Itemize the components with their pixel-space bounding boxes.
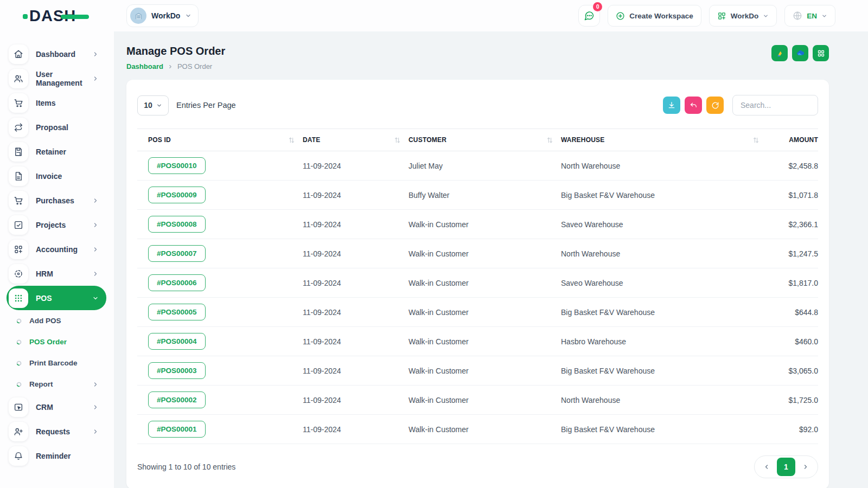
pagination-prev-button[interactable] bbox=[757, 458, 776, 476]
sidebar-subitem-label: POS Order bbox=[29, 338, 114, 346]
globe-icon bbox=[793, 11, 802, 21]
undo-button[interactable] bbox=[685, 97, 702, 114]
page-title: Manage POS Order bbox=[126, 45, 225, 57]
sidebar-item-crm[interactable]: CRM bbox=[7, 395, 106, 419]
sidebar-item-requests[interactable]: Requests bbox=[7, 419, 106, 444]
column-header-label: CUSTOMER bbox=[409, 136, 446, 144]
chevron-right-icon bbox=[168, 64, 173, 69]
purchases-cart-icon bbox=[9, 191, 28, 210]
chat-icon bbox=[584, 10, 595, 21]
onedrive-button[interactable] bbox=[792, 45, 808, 61]
sidebar-item-pos[interactable]: POS bbox=[7, 286, 106, 310]
chevron-right-icon bbox=[92, 381, 99, 388]
pos-id-button[interactable]: #POS00001 bbox=[148, 421, 206, 438]
search-input[interactable] bbox=[732, 95, 818, 115]
sidebar-item-reminder[interactable]: Reminder bbox=[7, 444, 106, 468]
grid-plus-icon bbox=[717, 11, 726, 21]
cell-pos-id: #POS00007 bbox=[137, 239, 303, 268]
sidebar-item-purchases[interactable]: Purchases bbox=[7, 188, 106, 213]
chevron-down-icon bbox=[821, 13, 827, 19]
chevron-down-icon bbox=[156, 102, 162, 108]
sidebar-item-invoice[interactable]: Invoice bbox=[7, 164, 106, 188]
refresh-button[interactable] bbox=[706, 97, 724, 114]
google-drive-button[interactable] bbox=[771, 45, 788, 61]
breadcrumb-dashboard[interactable]: Dashboard bbox=[126, 62, 163, 70]
topbar: DASH WorkDo 0 Create Workspace WorkDo E bbox=[0, 0, 868, 31]
grid-view-button[interactable] bbox=[813, 45, 829, 61]
cell-customer: Buffy Walter bbox=[409, 181, 561, 210]
sidebar-subitem-print-barcode[interactable]: Print Barcode bbox=[0, 352, 114, 374]
sidebar-item-hrm[interactable]: HRM bbox=[7, 261, 106, 286]
app-logo[interactable]: DASH bbox=[0, 8, 114, 24]
cell-date: 11-09-2024 bbox=[303, 210, 409, 239]
retainer-icon bbox=[9, 142, 28, 162]
cell-amount: $1,725.0 bbox=[767, 386, 818, 415]
pos-id-button[interactable]: #POS00007 bbox=[148, 245, 206, 262]
column-header-pos-id[interactable]: POS ID bbox=[137, 129, 303, 151]
cell-warehouse: Big Basket F&V Warehouse bbox=[561, 181, 767, 210]
logo-dash-bar bbox=[61, 15, 89, 19]
breadcrumb-current: POS Order bbox=[177, 62, 212, 70]
table-body: #POS0001011-09-2024Juliet MayNorth Wareh… bbox=[137, 151, 818, 444]
cell-customer: Walk-in Customer bbox=[409, 210, 561, 239]
table-card: 10 Entries Per Page POS IDDATECUSTOMERWA… bbox=[126, 80, 829, 488]
home-icon bbox=[9, 44, 28, 64]
language-value: EN bbox=[807, 12, 817, 20]
messages-button[interactable]: 0 bbox=[578, 5, 600, 27]
sidebar-item-label: Invoice bbox=[36, 172, 106, 181]
cell-customer: Juliet May bbox=[409, 151, 561, 181]
workspace-avatar-building-icon bbox=[130, 8, 146, 24]
column-header-amount[interactable]: AMOUNT bbox=[767, 129, 818, 151]
sidebar-subitem-add-pos[interactable]: Add POS bbox=[0, 310, 114, 331]
workspace-selector[interactable]: WorkDo bbox=[126, 4, 199, 27]
pagination-next-button[interactable] bbox=[796, 458, 815, 476]
entries-per-page-select[interactable]: 10 bbox=[137, 95, 169, 115]
table-row: #POS0000911-09-2024Buffy WalterBig Baske… bbox=[137, 181, 818, 210]
sidebar-subitem-report[interactable]: Report bbox=[0, 374, 114, 395]
export-download-button[interactable] bbox=[663, 97, 680, 114]
cell-amount: $460.0 bbox=[767, 327, 818, 356]
ring-icon bbox=[16, 358, 22, 368]
column-header-date[interactable]: DATE bbox=[303, 129, 409, 151]
cell-customer: Walk-in Customer bbox=[409, 239, 561, 268]
pos-id-button[interactable]: #POS00008 bbox=[148, 216, 206, 233]
pos-id-button[interactable]: #POS00009 bbox=[148, 187, 206, 203]
pos-id-button[interactable]: #POS00010 bbox=[148, 157, 206, 174]
sidebar-item-projects[interactable]: Projects bbox=[7, 213, 106, 237]
cell-warehouse: Saveo Warehouse bbox=[561, 210, 767, 239]
sort-icon bbox=[288, 137, 295, 145]
cell-pos-id: #POS00006 bbox=[137, 268, 303, 298]
sidebar-subitem-label: Print Barcode bbox=[29, 359, 114, 367]
user-plus-icon bbox=[9, 422, 28, 441]
sidebar-item-items[interactable]: Items bbox=[7, 91, 106, 115]
sidebar-item-retainer[interactable]: Retainer bbox=[7, 139, 106, 164]
sidebar-item-user-management[interactable]: User Management bbox=[7, 66, 106, 91]
sidebar-item-dashboard[interactable]: Dashboard bbox=[7, 42, 106, 66]
sidebar-item-proposal[interactable]: Proposal bbox=[7, 115, 106, 139]
cell-pos-id: #POS00002 bbox=[137, 386, 303, 415]
cell-date: 11-09-2024 bbox=[303, 386, 409, 415]
main-content: Manage POS Order Dashboard POS Order 10 bbox=[114, 31, 868, 488]
column-header-customer[interactable]: CUSTOMER bbox=[409, 129, 561, 151]
pos-id-button[interactable]: #POS00005 bbox=[148, 304, 206, 320]
pos-id-button[interactable]: #POS00003 bbox=[148, 362, 206, 379]
chevron-down-icon bbox=[185, 12, 192, 19]
cell-amount: $2,458.8 bbox=[767, 151, 818, 181]
language-selector[interactable]: EN bbox=[784, 5, 835, 27]
sidebar-subitem-pos-order[interactable]: POS Order bbox=[0, 331, 114, 352]
pagination-page-1-button[interactable]: 1 bbox=[777, 458, 795, 476]
proposal-icon bbox=[9, 118, 28, 137]
pos-id-button[interactable]: #POS00004 bbox=[148, 333, 206, 350]
create-workspace-button[interactable]: Create Workspace bbox=[608, 5, 701, 27]
cell-warehouse: North Warehouse bbox=[561, 151, 767, 181]
cell-pos-id: #POS00010 bbox=[137, 151, 303, 181]
pos-id-button[interactable]: #POS00002 bbox=[148, 391, 206, 408]
cell-customer: Walk-in Customer bbox=[409, 356, 561, 386]
sidebar-item-label: CRM bbox=[36, 403, 85, 412]
sort-icon bbox=[752, 137, 760, 145]
workspace-menu-button[interactable]: WorkDo bbox=[709, 5, 777, 27]
sidebar-item-accounting[interactable]: Accounting bbox=[7, 237, 106, 261]
column-header-warehouse[interactable]: WAREHOUSE bbox=[561, 129, 767, 151]
cell-date: 11-09-2024 bbox=[303, 151, 409, 181]
pos-id-button[interactable]: #POS00006 bbox=[148, 274, 206, 291]
